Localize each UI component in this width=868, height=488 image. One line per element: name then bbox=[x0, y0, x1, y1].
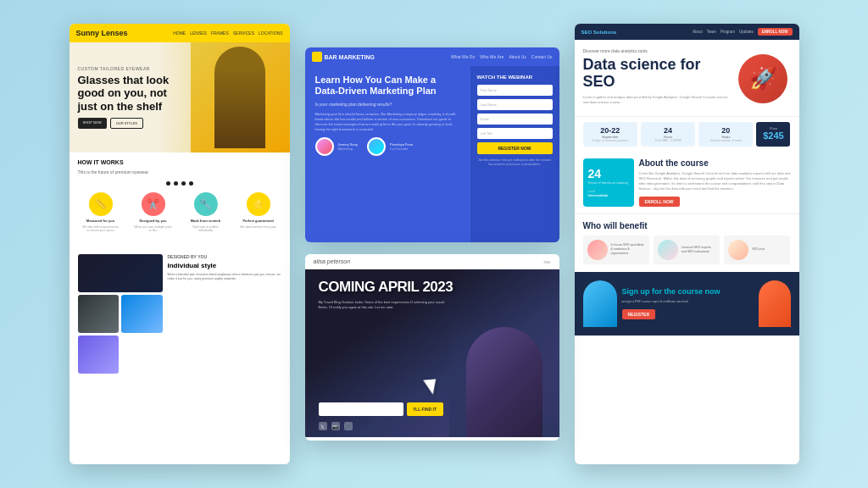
star-icon: ⭐ bbox=[247, 192, 270, 216]
seo-discover-text: Discover more data analytics tools bbox=[583, 48, 729, 53]
feature-2-desc: When you own multiple pairs to flex bbox=[134, 225, 172, 232]
scissors-icon: ✂️ bbox=[142, 192, 165, 216]
seo-about-section: 24 Hours of hands-on training Level Inte… bbox=[575, 152, 799, 214]
measure-icon: 📏 bbox=[89, 192, 113, 216]
sunny-nav: HOME LENSES FRAMES SERVICES LOCATIONS bbox=[173, 30, 282, 36]
individual-style-desc: Wear a beautiful pair of custom-fitted s… bbox=[168, 273, 281, 281]
seo-nav: About Team Program Updates ENROLL NOW bbox=[693, 28, 792, 36]
sunny-lenses-screenshot: Sunny Lenses HOME LENSES FRAMES SERVICES… bbox=[70, 24, 290, 464]
feature-icons: 📏 Measured for you We take full measurem… bbox=[78, 192, 281, 232]
feature-2: ✂️ Designed by you When you own multiple… bbox=[134, 192, 172, 232]
seo-stats-bar: 20-22 September 3 days of intensive prac… bbox=[575, 116, 799, 152]
stat-dates: 20-22 September 3 days of intensive prac… bbox=[583, 122, 637, 147]
seo-logo: SEO Solutions bbox=[581, 30, 617, 35]
bar-body-text: Marketing your firm should focus on tact… bbox=[315, 112, 460, 132]
bar-nav: What We Do Who We Are About Us Contact U… bbox=[451, 54, 553, 59]
price-value: $245 bbox=[760, 130, 787, 141]
our-styles-button[interactable]: OUR STYLES bbox=[110, 118, 143, 129]
benefit-text-3: SEO pros bbox=[752, 247, 765, 252]
bar-title: Learn How You Can Make a Data-Driven Mar… bbox=[315, 75, 460, 97]
dot-4 bbox=[189, 181, 193, 186]
bar-content-left: Learn How You Can Make a Data-Driven Mar… bbox=[305, 66, 470, 242]
about-title: About the course bbox=[639, 158, 791, 168]
photo-grid bbox=[78, 254, 163, 374]
about-hours-box: 24 Hours of hands-on training Level Inte… bbox=[583, 158, 634, 207]
email-signup-input[interactable] bbox=[319, 402, 403, 416]
last-name-field[interactable]: Last Name bbox=[477, 99, 553, 110]
cta-person-2 bbox=[759, 280, 791, 327]
feature-1-desc: We take full measurements to ensure your… bbox=[81, 225, 120, 232]
bar-subtitle: Is your marketing plan delivering result… bbox=[315, 102, 460, 107]
feature-4: ⭐ Perfect guaranteed We stand behind eve… bbox=[239, 192, 277, 232]
dot-1 bbox=[166, 181, 170, 186]
about-text: Come like Google Analytics, Google Searc… bbox=[639, 171, 791, 191]
first-name-field[interactable]: First Name bbox=[477, 85, 553, 96]
how-it-works-label: HOW IT WORKS bbox=[78, 159, 281, 165]
register-button[interactable]: REGISTER NOW bbox=[477, 142, 553, 154]
april-header: alisa peterson nav bbox=[305, 254, 559, 269]
speaker1-avatar bbox=[315, 137, 334, 156]
job-title-field[interactable]: Job Title bbox=[477, 128, 553, 139]
april-signup-form: I'LL FIND IT bbox=[319, 402, 443, 416]
speaker2-avatar bbox=[367, 137, 386, 156]
coming-soon-screenshot: alisa peterson nav COMING APRIL 2023 My … bbox=[305, 254, 559, 441]
april-logo: alisa peterson bbox=[314, 258, 351, 264]
who-will-benefit-section: Who will benefit In-house SEO specialist… bbox=[575, 214, 799, 271]
speaker2-name: Penelope Fena Co-Founder bbox=[390, 142, 413, 151]
find-it-button[interactable]: I'LL FIND IT bbox=[407, 402, 443, 416]
webinar-form-title: WATCH THE WEBINAR bbox=[477, 75, 553, 80]
email-field[interactable]: Email bbox=[477, 114, 553, 125]
feature-2-label: Designed by you bbox=[139, 219, 166, 223]
enroll-about-button[interactable]: ENROLL NOW bbox=[639, 197, 680, 207]
photo-2 bbox=[78, 295, 120, 333]
about-hours-num: 24 bbox=[588, 167, 629, 180]
stat-seats: 20 Seats Limited number of seats bbox=[698, 122, 753, 147]
benefit-icon-1 bbox=[587, 240, 608, 260]
stat-dates-num: 20-22 bbox=[587, 126, 634, 135]
feature-3-label: Made from scratch bbox=[191, 219, 221, 223]
individual-style-section: DESIGNED BY YOU Individual style Wear a … bbox=[70, 247, 290, 380]
feature-1: 📏 Measured for you We take full measurem… bbox=[81, 192, 120, 232]
cta-title: Sign up for the course now bbox=[622, 287, 754, 297]
enroll-header-button[interactable]: ENROLL NOW bbox=[758, 28, 793, 36]
cursor-pointer bbox=[423, 379, 437, 395]
feature-4-label: Perfect guaranteed bbox=[242, 219, 273, 223]
april-body: COMING APRIL 2023 My Travel Blog Outdoor… bbox=[305, 269, 559, 437]
tiktok-icon[interactable]: 🎵 bbox=[344, 422, 353, 430]
sunny-logo: Sunny Lenses bbox=[76, 29, 128, 37]
photo-1 bbox=[78, 254, 163, 292]
about-level-value: Intermediate bbox=[588, 193, 629, 197]
form-footnote: Join this webinar, how get notifications… bbox=[477, 158, 553, 167]
benefit-icon-3 bbox=[728, 240, 748, 260]
stat-hours-num: 24 bbox=[644, 126, 692, 135]
bar-marketing-screenshot: BAR MARKETING What We Do Who We Are Abou… bbox=[305, 47, 559, 242]
bar-avatars: Jeremy Story Marketing Penelope Fena Co-… bbox=[315, 137, 460, 156]
seo-hero: Discover more data analytics tools Data … bbox=[575, 40, 799, 116]
twitter-icon[interactable]: 𝕏 bbox=[319, 422, 327, 430]
bar-logo: BAR MARKETING bbox=[312, 52, 376, 62]
bar-form: WATCH THE WEBINAR First Name Last Name E… bbox=[470, 66, 559, 242]
seo-header: SEO Solutions About Team Program Updates… bbox=[575, 24, 799, 40]
shop-now-button[interactable]: SHOP NOW bbox=[78, 118, 107, 129]
speaker1-name: Jeremy Story Marketing bbox=[338, 142, 359, 151]
feature-3: 🔧 Made from scratch Each pair is crafted… bbox=[186, 192, 225, 232]
april-text-overlay: COMING APRIL 2023 My Travel Blog Outdoor… bbox=[319, 280, 453, 310]
instagram-icon[interactable]: 📷 bbox=[331, 422, 340, 430]
bar-logo-text: BAR MARKETING bbox=[325, 54, 376, 60]
wrench-icon: 🔧 bbox=[194, 192, 218, 216]
stat-hours: 24 Hours 10:00 AM – 4:00PM bbox=[641, 122, 695, 147]
benefit-title: Who will benefit bbox=[583, 221, 791, 230]
bar-header: BAR MARKETING What We Do Who We Are Abou… bbox=[305, 47, 559, 66]
section-subtitle: This is the future of premium eyewear bbox=[78, 169, 281, 175]
bar-logo-icon bbox=[312, 52, 322, 62]
bar-body: Learn How You Can Make a Data-Driven Mar… bbox=[305, 66, 559, 242]
hero-tagline: CUSTOM TAILORED EYEWEAR bbox=[78, 66, 182, 71]
cta-person-1 bbox=[583, 280, 617, 327]
hero-title: Glasses that look good on you, not just … bbox=[78, 74, 182, 114]
photo-3 bbox=[121, 295, 163, 333]
april-person-image bbox=[449, 319, 559, 437]
cta-register-button[interactable]: REGISTER bbox=[622, 309, 656, 319]
screenshots-container: Sunny Lenses HOME LENSES FRAMES SERVICES… bbox=[0, 0, 868, 488]
benefit-list: In-house SEO specialists & marketers & o… bbox=[583, 236, 791, 264]
benefit-text-2: Licensed SEO experts and SEO enthusiasts bbox=[682, 246, 715, 254]
